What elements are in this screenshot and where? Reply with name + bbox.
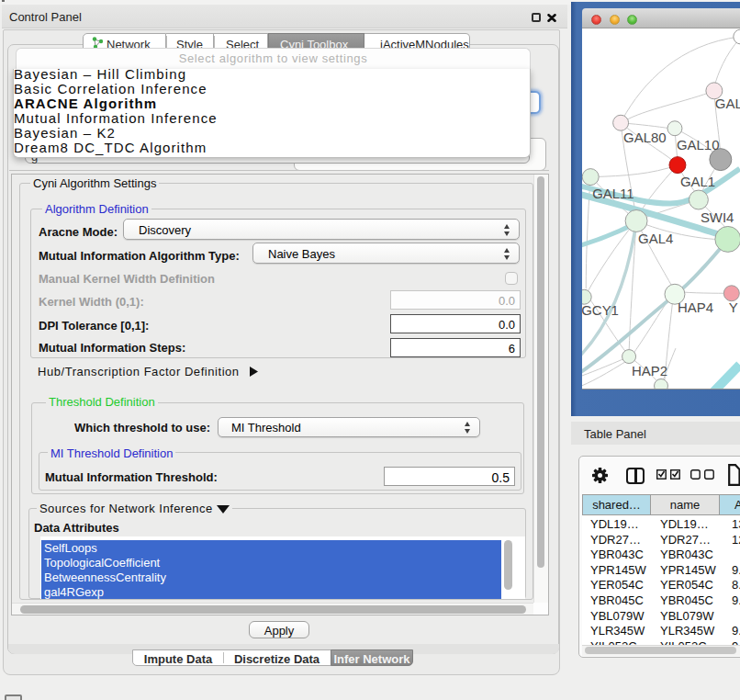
svg-text:HAP2: HAP2 — [632, 363, 667, 378]
svg-text:Y: Y — [729, 299, 738, 315]
svg-text:GAL10: GAL10 — [677, 137, 720, 152]
svg-text:GCY1: GCY1 — [582, 302, 619, 318]
svg-text:GAL4: GAL4 — [638, 231, 673, 246]
svg-text:GAL11: GAL11 — [592, 186, 633, 201]
svg-text:GAL1: GAL1 — [680, 174, 715, 189]
svg-text:SWI4: SWI4 — [701, 209, 734, 225]
svg-text:HAP4: HAP4 — [678, 299, 713, 315]
svg-text:GAL: GAL — [715, 96, 740, 111]
svg-text:GAL80: GAL80 — [623, 130, 667, 145]
